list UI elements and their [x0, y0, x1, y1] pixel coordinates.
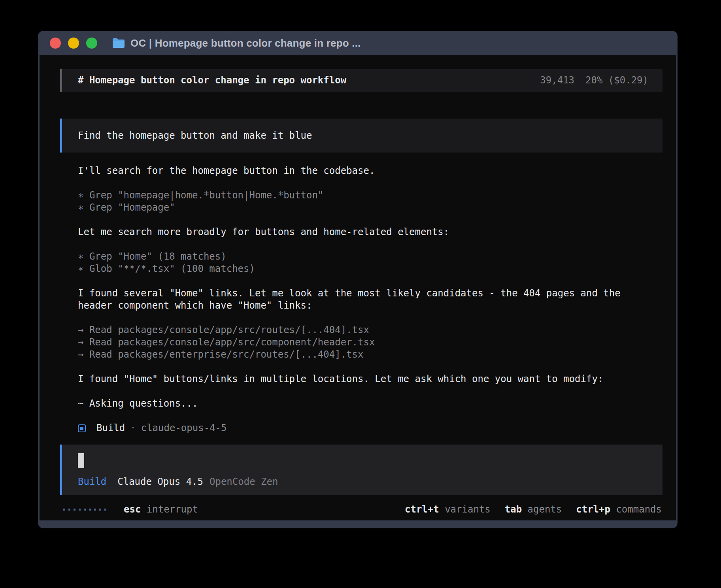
assistant-text: I found several "Home" links. Let me loo… — [78, 287, 662, 300]
editor-status-row: Build Claude Opus 4.5 OpenCode Zen — [78, 476, 647, 488]
minimize-button[interactable] — [68, 38, 79, 49]
terminal-window: OC | Homepage button color change in rep… — [38, 31, 678, 528]
editor-mode[interactable]: Build — [78, 476, 106, 488]
close-button[interactable] — [50, 38, 61, 49]
tool-call-read: → Read packages/enterprise/src/routes/[.… — [78, 349, 662, 361]
esc-label: interrupt — [147, 504, 198, 515]
editor-model[interactable]: Claude Opus 4.5 — [117, 476, 203, 488]
tool-call-glob: ∗ Glob "**/*.tsx" (100 matches) — [78, 263, 662, 275]
window-title: OC | Homepage button color change in rep… — [130, 37, 361, 49]
esc-key: esc — [124, 504, 141, 515]
fullscreen-button[interactable] — [86, 38, 97, 49]
status-bar: esc interrupt ctrl+t variants tab agents… — [63, 503, 662, 516]
working-throbber-icon — [63, 509, 106, 511]
shortcut-variants[interactable]: ctrl+t variants — [405, 503, 491, 516]
assistant-text: header component which have "Home" links… — [78, 300, 662, 312]
terminal-content: # Homepage button color change in repo w… — [40, 55, 676, 520]
editor-provider: OpenCode Zen — [210, 476, 278, 488]
session-title: # Homepage button color change in repo w… — [78, 74, 346, 87]
user-message: Find the homepage button and make it blu… — [60, 119, 662, 153]
user-message-text: Find the homepage button and make it blu… — [78, 130, 312, 142]
window-titlebar: OC | Homepage button color change in rep… — [40, 31, 676, 55]
text-cursor — [78, 453, 84, 468]
shortcut-commands[interactable]: ctrl+p commands — [576, 503, 662, 516]
tool-call-grep: ∗ Grep "Home" (18 matches) — [78, 251, 662, 263]
tool-call-read: → Read packages/console/app/src/routes/[… — [78, 324, 662, 336]
session-header: # Homepage button color change in repo w… — [60, 69, 662, 92]
tool-call-read: → Read packages/console/app/src/componen… — [78, 336, 662, 349]
assistant-output: I'll search for the homepage button in t… — [78, 165, 662, 434]
shortcut-agents[interactable]: tab agents — [505, 503, 562, 516]
assistant-text: I found "Home" buttons/links in multiple… — [78, 373, 662, 385]
tool-call-grep: ∗ Grep "Homepage" — [78, 202, 662, 214]
agent-badge: Build · claude-opus-4-5 — [78, 422, 662, 434]
agent-square-icon — [78, 424, 86, 432]
assistant-text: Let me search more broadly for buttons a… — [78, 226, 662, 238]
context-cost: 20% ($0.29) — [585, 74, 648, 87]
token-count: 39,413 — [540, 74, 574, 87]
session-meta: 39,413 20% ($0.29) — [540, 74, 648, 87]
prompt-editor[interactable]: Build Claude Opus 4.5 OpenCode Zen — [60, 445, 662, 495]
traffic-lights — [50, 38, 97, 49]
agent-model: claude-opus-4-5 — [141, 422, 227, 434]
folder-icon — [112, 38, 125, 48]
agent-separator: · — [130, 422, 136, 434]
shortcut-hints: ctrl+t variants tab agents ctrl+p comman… — [405, 503, 662, 516]
assistant-text: I'll search for the homepage button in t… — [78, 165, 662, 177]
tool-call-grep: ∗ Grep "homepage|home.*button|Home.*butt… — [78, 189, 662, 202]
agent-name: Build — [96, 422, 125, 434]
shortcut-interrupt[interactable]: esc interrupt — [124, 503, 198, 516]
status-asking-questions: ~ Asking questions... — [78, 398, 662, 410]
